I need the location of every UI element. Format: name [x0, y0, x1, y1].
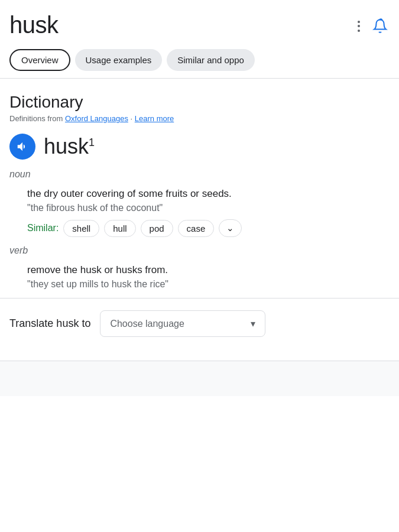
tabs-divider [0, 78, 399, 79]
verb-example: "they set up mills to husk the rice" [27, 279, 390, 290]
chevron-down-icon: ▾ [251, 318, 255, 329]
word-title: husk [9, 12, 59, 38]
verb-definition: remove the husk or husks from. [27, 262, 390, 278]
language-select-dropdown[interactable]: Choose language ▾ [100, 310, 265, 337]
verb-definition-block: remove the husk or husks from. "they set… [9, 262, 390, 290]
header: husk [0, 0, 399, 44]
dictionary-section: Dictionary Definitions from Oxford Langu… [0, 88, 399, 290]
header-icons [355, 12, 390, 35]
similar-chip-shell[interactable]: shell [63, 220, 99, 237]
bottom-bar [0, 361, 399, 396]
similar-chip-pod[interactable]: pod [141, 220, 173, 237]
translate-label: Translate husk to [9, 317, 90, 330]
similar-expand-button[interactable]: ⌄ [219, 219, 242, 237]
similar-chip-case[interactable]: case [178, 220, 215, 237]
source-separator: · [131, 114, 135, 123]
tab-similar[interactable]: Similar and oppo [167, 49, 255, 71]
source-prefix: Definitions from [9, 114, 63, 123]
noun-definition: the dry outer covering of some fruits or… [27, 186, 390, 202]
similar-label: Similar: [27, 223, 59, 233]
tab-usage-examples[interactable]: Usage examples [75, 49, 163, 71]
word-text: husk [44, 134, 89, 158]
translate-section: Translate husk to Choose language ▾ [0, 298, 399, 349]
noun-example: "the fibrous husk of the coconut" [27, 203, 390, 213]
dictionary-word: husk1 [44, 134, 95, 159]
word-superscript: 1 [89, 137, 95, 148]
noun-definition-block: the dry outer covering of some fruits or… [9, 186, 390, 237]
definitions-source: Definitions from Oxford Languages · Lear… [9, 114, 390, 123]
more-options-icon[interactable] [355, 18, 362, 34]
oxford-languages-link[interactable]: Oxford Languages [65, 114, 128, 123]
speaker-button[interactable] [9, 134, 35, 160]
word-pronunciation: husk1 [9, 134, 390, 160]
tab-overview[interactable]: Overview [9, 49, 70, 71]
pos-noun: noun [9, 169, 390, 180]
similar-row: Similar: shell hull pod case ⌄ [27, 219, 390, 237]
language-placeholder: Choose language [110, 319, 184, 329]
section-title: Dictionary [9, 93, 390, 112]
tabs-container: Overview Usage examples Similar and oppo [0, 44, 399, 78]
similar-chip-hull[interactable]: hull [104, 220, 135, 237]
learn-more-link[interactable]: Learn more [135, 114, 174, 123]
notifications-icon[interactable] [371, 17, 390, 35]
pos-verb: verb [9, 245, 390, 256]
